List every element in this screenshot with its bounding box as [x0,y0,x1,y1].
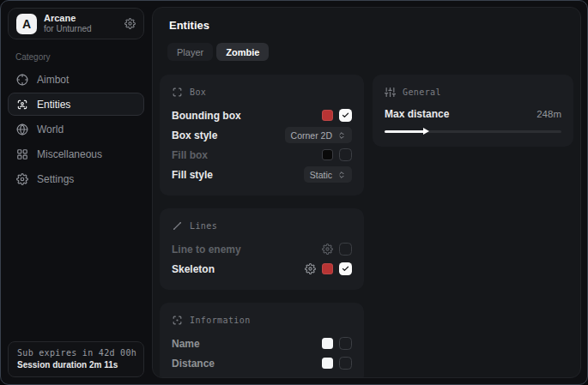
sidebar-item-world[interactable]: World [8,117,144,141]
scan-corners-icon [172,87,183,98]
fill-style-dropdown[interactable]: Static [304,166,352,183]
panel-title: General [403,87,441,97]
tab-player[interactable]: Player [167,43,213,61]
box-panel: Box Bounding box Box style [160,75,364,196]
chevrons-up-down-icon [337,171,346,179]
sidebar-item-label: Entities [37,99,70,111]
app-logo-letter: A [22,17,31,31]
sliders-icon [385,87,396,98]
setting-row: Skeleton [172,259,352,279]
sidebar-item-entities[interactable]: Entities [8,93,144,116]
sidebar-item-label: Miscellaneous [37,148,102,160]
app-subtitle: for Unturned [44,24,92,34]
setting-row: Name [172,334,352,353]
distance-label: Distance [172,358,215,370]
fill-style-label: Fill style [172,169,213,181]
gear-icon[interactable] [124,18,136,29]
lines-panel: Lines Line to enemy Skeleton [160,208,364,290]
sidebar-item-miscellaneous[interactable]: Miscellaneous [8,142,144,165]
sidebar-item-label: World [37,123,64,135]
main-panel: Entities Player Zombie Box Bounding box [152,7,581,378]
sidebar-item-label: Aimbot [37,74,69,86]
gear-icon [16,173,28,185]
category-label: Category [15,52,144,62]
line-to-enemy-label: Line to enemy [172,244,241,256]
subscription-card: Sub expires in 42d 00h Session duration … [8,341,144,377]
bounding-box-label: Bounding box [172,110,241,122]
session-duration-text: Session duration 2m 11s [17,360,135,370]
skeleton-color-swatch[interactable] [322,263,333,274]
setting-row: Line to enemy [172,239,352,259]
max-distance-label: Max distance [385,108,449,120]
sidebar-item-label: Settings [37,173,74,185]
panel-title: Box [190,87,206,97]
bounding-box-color-swatch[interactable] [322,110,333,121]
fill-box-label: Fill box [172,149,208,161]
sidebar-item-aimbot[interactable]: Aimbot [8,68,144,91]
sidebar: A Arcane for Unturned Category Aimbot [1,1,151,384]
information-panel: Information Name Distance [160,303,364,378]
slider-thumb[interactable] [423,128,429,135]
tab-bar: Player Zombie [167,43,573,61]
setting-row: Bounding box [172,105,352,125]
panel-title: Lines [190,221,217,231]
line-to-enemy-checkbox[interactable] [339,243,352,256]
diagonal-line-icon [172,220,183,232]
fill-style-value: Static [310,170,332,180]
setting-row: Max distance 248m [385,105,561,123]
sidebar-item-settings[interactable]: Settings [8,167,144,190]
gear-icon[interactable] [305,263,316,274]
sub-expiry-text: Sub expires in 42d 00h [17,348,135,358]
chevrons-up-down-icon [337,131,346,140]
setting-row: Box style Corner 2D [172,125,352,145]
skeleton-label: Skeleton [172,263,215,275]
fill-box-checkbox[interactable] [339,148,352,161]
panel-title: Information [190,316,251,325]
box-style-label: Box style [172,129,217,141]
skeleton-checkbox[interactable] [339,262,352,275]
app-logo: A [16,14,37,34]
sidebar-nav: Aimbot Entities World Miscellaneous [8,68,144,192]
name-label: Name [172,338,200,350]
slider-fill [385,130,425,133]
app-name: Arcane [44,13,92,24]
page-title: Entities [169,19,573,32]
grid-icon [16,148,28,160]
distance-color-swatch[interactable] [322,358,333,369]
setting-row: Fill box [172,145,352,165]
setting-row: Distance [172,353,352,373]
app-window: A Arcane for Unturned Category Aimbot [0,0,588,385]
distance-checkbox[interactable] [339,357,352,370]
name-color-swatch[interactable] [322,338,333,349]
globe-icon [16,123,28,135]
tab-zombie[interactable]: Zombie [216,43,269,61]
gear-icon[interactable] [322,244,333,255]
entities-icon [16,99,28,111]
name-checkbox[interactable] [339,337,352,350]
general-panel: General Max distance 248m [373,75,573,147]
bounding-box-checkbox[interactable] [339,109,352,122]
box-style-value: Corner 2D [291,130,332,141]
setting-row: Fill style Static [172,165,352,184]
max-distance-slider[interactable] [385,127,561,135]
crosshair-icon [16,74,28,86]
fill-box-color-swatch[interactable] [322,149,333,160]
brand-card: A Arcane for Unturned [8,8,144,39]
box-style-dropdown[interactable]: Corner 2D [285,127,352,143]
scan-info-icon [172,315,183,326]
max-distance-value: 248m [536,109,561,119]
